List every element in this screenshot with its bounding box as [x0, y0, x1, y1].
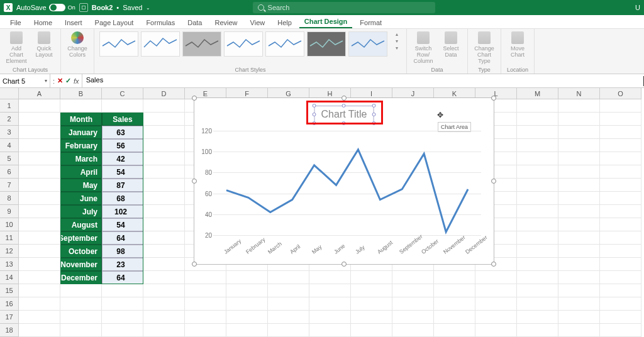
cell[interactable]: [143, 113, 185, 126]
cell[interactable]: [309, 284, 351, 297]
cell[interactable]: December: [60, 271, 102, 284]
cell[interactable]: [517, 126, 558, 139]
fx-icon[interactable]: fx: [74, 77, 79, 85]
cell[interactable]: [558, 192, 600, 205]
cell[interactable]: January: [60, 126, 102, 139]
cell[interactable]: 42: [102, 152, 143, 165]
cell[interactable]: [268, 311, 309, 324]
cell[interactable]: [517, 258, 558, 271]
resize-handle[interactable]: [192, 179, 197, 184]
cell[interactable]: [600, 165, 641, 179]
col-header[interactable]: C: [102, 88, 143, 99]
cell[interactable]: [434, 271, 475, 284]
cell[interactable]: [558, 324, 600, 337]
cell[interactable]: [309, 324, 351, 337]
title-handle[interactable]: [342, 121, 346, 125]
cell[interactable]: [143, 258, 185, 271]
cell[interactable]: 87: [102, 179, 143, 192]
cell[interactable]: [600, 99, 641, 113]
autosave-toggle[interactable]: AutoSave On: [16, 4, 75, 11]
cell[interactable]: [143, 297, 185, 311]
cell[interactable]: [517, 218, 558, 231]
cell[interactable]: [226, 324, 268, 337]
cell[interactable]: [517, 205, 558, 218]
cell[interactable]: [143, 99, 185, 113]
tab-page-layout[interactable]: Page Layout: [90, 17, 139, 28]
cell[interactable]: [19, 99, 60, 113]
cell[interactable]: 102: [102, 205, 143, 218]
col-header[interactable]: O: [600, 88, 641, 99]
cell[interactable]: 98: [102, 245, 143, 258]
cell[interactable]: [600, 245, 641, 258]
cell[interactable]: [517, 324, 558, 337]
cell[interactable]: [517, 165, 558, 179]
col-header[interactable]: M: [517, 88, 558, 99]
cell[interactable]: [60, 297, 102, 311]
cell[interactable]: 64: [102, 271, 143, 284]
cell[interactable]: [600, 179, 641, 192]
cell[interactable]: 68: [102, 192, 143, 205]
cell[interactable]: [558, 311, 600, 324]
cell[interactable]: [268, 284, 309, 297]
cell[interactable]: [517, 192, 558, 205]
cell[interactable]: [143, 271, 185, 284]
cell[interactable]: 54: [102, 165, 143, 179]
cell[interactable]: [268, 324, 309, 337]
cell[interactable]: [600, 126, 641, 139]
cell[interactable]: 56: [102, 139, 143, 152]
resize-handle[interactable]: [341, 262, 347, 267]
cell[interactable]: [19, 192, 60, 205]
cell[interactable]: [475, 284, 517, 297]
cell[interactable]: [102, 284, 143, 297]
cell[interactable]: July: [60, 205, 102, 218]
cell[interactable]: February: [60, 139, 102, 152]
cell[interactable]: [517, 271, 558, 284]
cell[interactable]: [268, 297, 309, 311]
cell[interactable]: [19, 297, 60, 311]
cell[interactable]: [600, 324, 641, 337]
row-header[interactable]: 7: [0, 179, 19, 192]
formula-input[interactable]: Sales: [82, 76, 644, 86]
title-handle[interactable]: [372, 121, 375, 125]
col-header[interactable]: N: [558, 88, 600, 99]
cell[interactable]: [475, 311, 517, 324]
cell[interactable]: September: [60, 231, 102, 245]
cell[interactable]: [351, 271, 392, 284]
cell[interactable]: [60, 99, 102, 113]
cell[interactable]: Sales: [102, 113, 143, 126]
cell[interactable]: [392, 284, 434, 297]
cell[interactable]: [19, 258, 60, 271]
cell[interactable]: [185, 324, 226, 337]
tab-review[interactable]: Review: [209, 17, 242, 28]
cell[interactable]: October: [60, 245, 102, 258]
row-header[interactable]: 17: [0, 311, 19, 324]
cell[interactable]: [558, 271, 600, 284]
cell[interactable]: [143, 165, 185, 179]
cell[interactable]: 54: [102, 218, 143, 231]
cell[interactable]: [351, 297, 392, 311]
cell[interactable]: [143, 245, 185, 258]
cell[interactable]: [600, 284, 641, 297]
col-header[interactable]: B: [60, 88, 102, 99]
cell[interactable]: [351, 324, 392, 337]
row-header[interactable]: 9: [0, 205, 19, 218]
cell[interactable]: [19, 218, 60, 231]
cell[interactable]: November: [60, 258, 102, 271]
cell[interactable]: [517, 245, 558, 258]
plot-area[interactable]: 20406080100120JanuaryFebruaryMarchAprilM…: [213, 131, 481, 235]
cell[interactable]: [434, 297, 475, 311]
row-header[interactable]: 6: [0, 165, 19, 179]
cell[interactable]: [226, 271, 268, 284]
move-chart-button[interactable]: Move Chart: [506, 31, 529, 58]
cell[interactable]: [600, 271, 641, 284]
cell[interactable]: [185, 297, 226, 311]
title-handle[interactable]: [342, 104, 346, 108]
style-thumb-1[interactable]: [99, 31, 138, 57]
cell[interactable]: [517, 139, 558, 152]
cell[interactable]: [600, 258, 641, 271]
cell[interactable]: [19, 311, 60, 324]
resize-handle[interactable]: [341, 96, 347, 101]
style-thumb-7[interactable]: [348, 31, 387, 57]
cell[interactable]: [600, 205, 641, 218]
cell[interactable]: [351, 311, 392, 324]
